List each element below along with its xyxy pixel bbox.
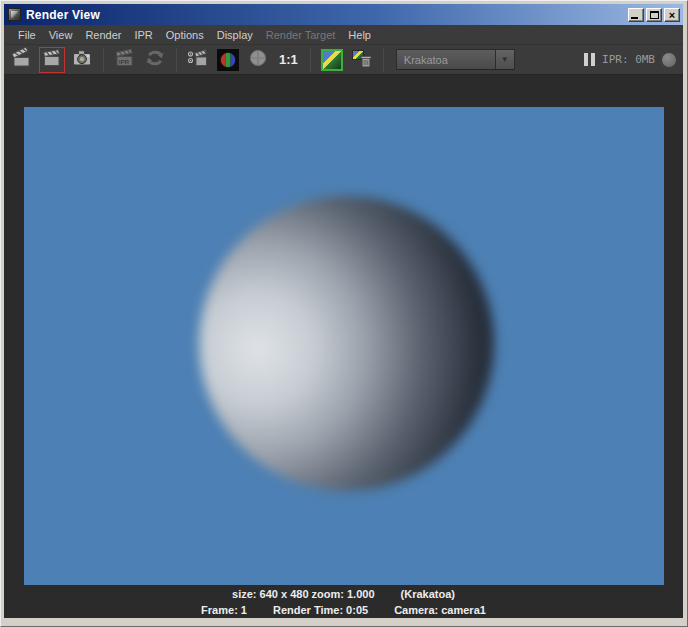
- toolbar-separator: [176, 48, 177, 72]
- pause-ipr-button[interactable]: [584, 53, 595, 66]
- menu-view[interactable]: View: [49, 29, 73, 41]
- render-view-app-icon: [8, 8, 21, 21]
- menu-bar: File View Render IPR Options Display Ren…: [4, 25, 683, 45]
- alpha-channel-icon: [247, 47, 269, 72]
- pause-icon: [584, 53, 588, 66]
- remove-image-button[interactable]: [351, 49, 373, 71]
- rendered-image[interactable]: [24, 107, 664, 585]
- window-title: Render View: [26, 8, 100, 22]
- camera-icon: [71, 47, 93, 72]
- renderer-dropdown[interactable]: Krakatoa ▼: [396, 49, 515, 70]
- render-current-frame-button[interactable]: [11, 49, 33, 71]
- ipr-indicator-icon: [662, 53, 676, 67]
- refresh-icon: [144, 47, 166, 72]
- svg-text:IPR: IPR: [119, 59, 130, 65]
- menu-help[interactable]: Help: [348, 29, 371, 41]
- menu-render-target: Render Target: [266, 29, 336, 41]
- toolbar: IPR: [4, 45, 683, 75]
- close-button[interactable]: ×: [664, 8, 680, 22]
- maximize-icon: [650, 11, 659, 19]
- real-size-button[interactable]: 1:1: [277, 49, 300, 71]
- menu-render[interactable]: Render: [85, 29, 121, 41]
- clapperboard-open-icon: [11, 47, 33, 72]
- frame-label: Frame: 1: [201, 604, 247, 616]
- ipr-render-button: IPR: [114, 49, 136, 71]
- ipr-status-cluster: IPR: 0MB: [584, 53, 676, 67]
- dropdown-arrow-button[interactable]: ▼: [495, 50, 514, 69]
- render-region-button[interactable]: [187, 49, 209, 71]
- ipr-memory-label: IPR: 0MB: [602, 53, 655, 66]
- rgb-channels-icon: [217, 49, 239, 71]
- menu-options[interactable]: Options: [166, 29, 204, 41]
- alpha-channel-button[interactable]: [247, 49, 269, 71]
- rgb-channels-button[interactable]: [217, 49, 239, 71]
- redo-previous-render-button[interactable]: [41, 49, 63, 71]
- status-line-2: Frame: 1 Render Time: 0:05 Camera: camer…: [201, 604, 486, 616]
- rendered-sphere: [199, 196, 494, 491]
- status-line-1: size: 640 x 480 zoom: 1.000 (Krakatoa): [232, 588, 455, 600]
- window-controls: ×: [626, 8, 680, 22]
- render-view-window: Render View × File View Render IPR Optio…: [0, 0, 688, 627]
- renderer-dropdown-value: Krakatoa: [397, 54, 495, 66]
- ipr-clapperboard-icon: IPR: [114, 47, 136, 72]
- keep-image-button[interactable]: [321, 49, 343, 71]
- toolbar-separator: [310, 48, 311, 72]
- title-bar[interactable]: Render View ×: [4, 4, 683, 25]
- size-zoom-label: size: 640 x 480 zoom: 1.000: [232, 588, 374, 600]
- close-icon: ×: [665, 9, 679, 21]
- camera-label: Camera: camera1: [394, 604, 486, 616]
- render-time-label: Render Time: 0:05: [273, 604, 368, 616]
- menu-file[interactable]: File: [18, 29, 36, 41]
- snapshot-button[interactable]: [71, 49, 93, 71]
- menu-ipr[interactable]: IPR: [134, 29, 152, 41]
- toolbar-separator: [383, 48, 384, 72]
- maximize-button[interactable]: [646, 8, 662, 22]
- toolbar-separator: [103, 48, 104, 72]
- region-clapperboard-icon: [187, 47, 209, 72]
- chevron-down-icon: ▼: [501, 56, 509, 64]
- renderer-name-label: (Krakatoa): [401, 588, 455, 600]
- keep-image-icon: [321, 49, 343, 71]
- minimize-button[interactable]: [628, 8, 644, 22]
- clapperboard-icon: [41, 47, 63, 72]
- trash-icon: [359, 54, 373, 71]
- minimize-icon: [631, 17, 638, 19]
- refresh-ipr-button: [144, 49, 166, 71]
- menu-display[interactable]: Display: [217, 29, 253, 41]
- render-canvas-area: size: 640 x 480 zoom: 1.000 (Krakatoa) F…: [4, 75, 683, 618]
